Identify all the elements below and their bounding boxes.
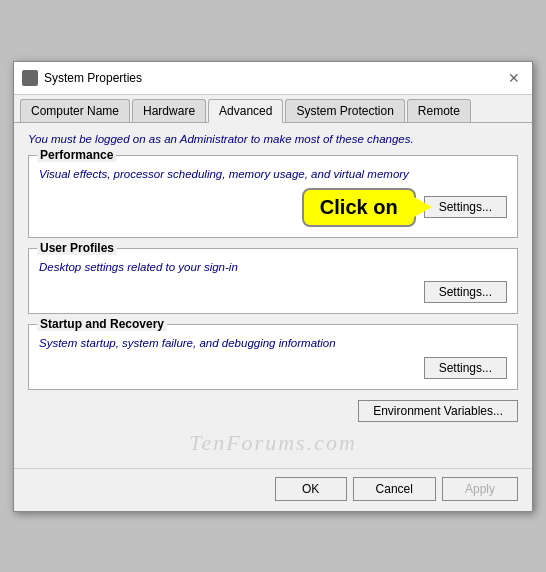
user-profiles-section: User Profiles Desktop settings related t… <box>28 248 518 314</box>
cancel-button[interactable]: Cancel <box>353 477 436 501</box>
system-properties-window: System Properties ✕ Computer Name Hardwa… <box>13 61 533 512</box>
ok-button[interactable]: OK <box>275 477 347 501</box>
user-profiles-settings-button[interactable]: Settings... <box>424 281 507 303</box>
startup-btn-row: Settings... <box>39 357 507 379</box>
startup-section: Startup and Recovery System startup, sys… <box>28 324 518 390</box>
performance-settings-button[interactable]: Settings... <box>424 196 507 218</box>
title-bar: System Properties ✕ <box>14 62 532 95</box>
performance-section: Performance Visual effects, processor sc… <box>28 155 518 238</box>
window-icon <box>22 70 38 86</box>
close-button[interactable]: ✕ <box>504 68 524 88</box>
user-profiles-btn-row: Settings... <box>39 281 507 303</box>
tab-advanced[interactable]: Advanced <box>208 99 283 123</box>
performance-callout-row: Click on Settings... <box>39 188 507 227</box>
user-profiles-title: User Profiles <box>37 241 117 255</box>
callout-bubble: Click on <box>302 188 416 227</box>
watermark: TenForums.com <box>28 430 518 456</box>
startup-title: Startup and Recovery <box>37 317 167 331</box>
performance-desc: Visual effects, processor scheduling, me… <box>39 168 507 180</box>
tab-remote[interactable]: Remote <box>407 99 471 122</box>
performance-title: Performance <box>37 148 116 162</box>
startup-settings-button[interactable]: Settings... <box>424 357 507 379</box>
callout-text: Click on <box>320 196 398 218</box>
tab-computer-name[interactable]: Computer Name <box>20 99 130 122</box>
tab-bar: Computer Name Hardware Advanced System P… <box>14 95 532 123</box>
dialog-buttons: OK Cancel Apply <box>14 468 532 511</box>
startup-desc: System startup, system failure, and debu… <box>39 337 507 349</box>
admin-notice: You must be logged on as an Administrato… <box>28 133 518 145</box>
tab-system-protection[interactable]: System Protection <box>285 99 404 122</box>
window-title: System Properties <box>44 71 142 85</box>
user-profiles-desc: Desktop settings related to your sign-in <box>39 261 507 273</box>
title-bar-left: System Properties <box>22 70 142 86</box>
env-variables-row: Environment Variables... <box>28 400 518 422</box>
tab-content: You must be logged on as an Administrato… <box>14 123 532 468</box>
tab-hardware[interactable]: Hardware <box>132 99 206 122</box>
env-variables-button[interactable]: Environment Variables... <box>358 400 518 422</box>
apply-button[interactable]: Apply <box>442 477 518 501</box>
